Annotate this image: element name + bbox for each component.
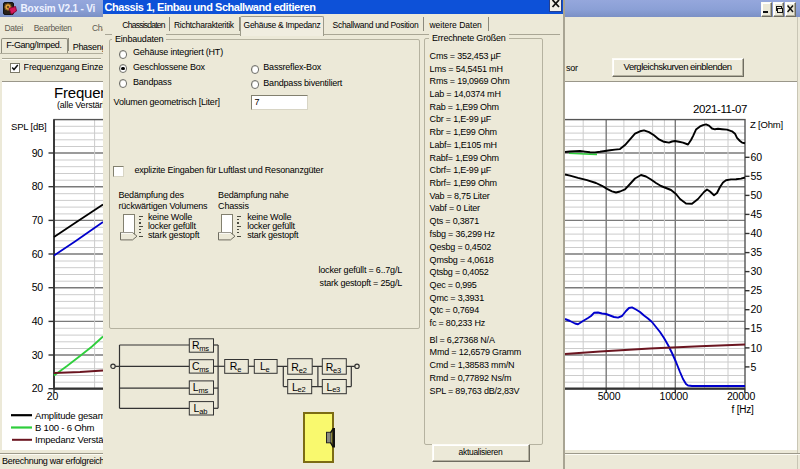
svg-text:10000: 10000 [660, 390, 689, 402]
svg-text:5000: 5000 [598, 390, 621, 402]
svg-text:55: 55 [751, 170, 763, 182]
svg-text:2021-11-07: 2021-11-07 [693, 103, 747, 115]
svg-text:70: 70 [32, 214, 44, 226]
svg-text:40: 40 [751, 227, 763, 239]
svg-text:60: 60 [751, 151, 763, 163]
svg-text:20: 20 [32, 382, 44, 394]
svg-text:10: 10 [751, 342, 763, 354]
svg-text:5: 5 [751, 361, 757, 373]
svg-text:20: 20 [751, 303, 763, 315]
svg-text:15: 15 [751, 322, 763, 334]
svg-text:B 100 - 6 Ohm: B 100 - 6 Ohm [35, 422, 94, 433]
svg-text:30: 30 [32, 349, 44, 361]
svg-text:f [Hz]: f [Hz] [732, 404, 755, 415]
svg-text:20: 20 [47, 390, 59, 402]
svg-text:25: 25 [751, 284, 763, 296]
svg-text:30: 30 [751, 265, 763, 277]
svg-text:50: 50 [32, 281, 44, 293]
svg-text:SPL [dB]: SPL [dB] [11, 121, 47, 132]
svg-text:Amplitude gesamt: Amplitude gesamt [35, 410, 108, 421]
svg-text:90: 90 [32, 147, 44, 159]
svg-text:60: 60 [32, 248, 44, 260]
svg-text:50: 50 [751, 189, 763, 201]
svg-text:45: 45 [751, 208, 763, 220]
svg-text:35: 35 [751, 246, 763, 258]
svg-text:80: 80 [32, 180, 44, 192]
svg-text:40: 40 [32, 315, 44, 327]
svg-text:20000: 20000 [727, 390, 756, 402]
svg-text:Z [Ohm]: Z [Ohm] [750, 119, 783, 130]
